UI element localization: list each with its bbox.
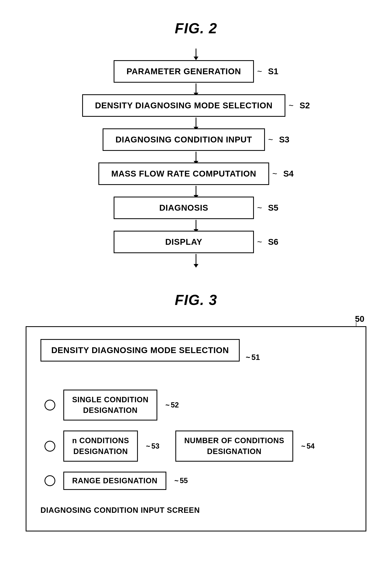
fig2-title: FIG. 2 bbox=[175, 20, 217, 36]
flow-row-s4: MASS FLOW RATE COMPUTATION ~ S4 bbox=[98, 162, 294, 185]
opt52-ref-row: ~ 52 bbox=[165, 401, 179, 409]
opt52-line1: SINGLE CONDITION bbox=[72, 394, 149, 405]
outer-box: DENSITY DIAGNOSING MODE SELECTION ~ 51 S… bbox=[26, 326, 366, 532]
flow-row-s5: DIAGNOSIS ~ S5 bbox=[114, 196, 278, 219]
inner-title-text: DENSITY DIAGNOSING MODE SELECTION bbox=[51, 346, 229, 355]
arrow-s1-s2 bbox=[196, 84, 196, 94]
opt54-line1: NUMBER OF CONDITIONS bbox=[184, 435, 284, 446]
outer-ref-number: 50 bbox=[355, 314, 364, 324]
opt53-ref-row: ~ 53 bbox=[146, 442, 159, 450]
arrow-line-top bbox=[196, 48, 196, 56]
options-section: SINGLE CONDITION DESIGNATION ~ 52 n COND… bbox=[44, 390, 352, 490]
fig2-section: FIG. 2 PARAMETER GENERATION ~ S1 DENSITY… bbox=[20, 20, 372, 268]
option-box-53: n CONDITIONS DESIGNATION bbox=[63, 430, 138, 462]
opt54-ref-row: ~ 54 bbox=[301, 442, 315, 450]
opt54-ref: 54 bbox=[307, 442, 315, 450]
opt55-line1: RANGE DESIGNATION bbox=[72, 476, 158, 485]
opt53-ref: 53 bbox=[151, 442, 159, 450]
fig3-section: FIG. 3 50 DENSITY DIAGNOSING MODE SELECT… bbox=[20, 292, 372, 532]
step-s3-box: DIAGNOSING CONDITION INPUT bbox=[103, 128, 265, 151]
option-box-55: RANGE DESIGNATION bbox=[63, 472, 166, 490]
option-row-55: RANGE DESIGNATION ~ 55 bbox=[44, 472, 352, 490]
radio-53[interactable] bbox=[44, 441, 55, 452]
step-s2-label: ~ S2 bbox=[285, 101, 310, 110]
step-s2-box: DENSITY DIAGNOSING MODE SELECTION bbox=[82, 94, 285, 117]
screen-label: DIAGNOSING CONDITION INPUT SCREEN bbox=[40, 506, 352, 514]
opt52-line2: DESIGNATION bbox=[72, 405, 149, 416]
arrow-s4-s5 bbox=[196, 186, 196, 196]
opt55-ref: 55 bbox=[180, 476, 188, 485]
flow-row-s6: DISPLAY ~ S6 bbox=[114, 231, 278, 253]
arrow-s3-s4 bbox=[196, 152, 196, 162]
ref50-tick bbox=[356, 322, 356, 326]
start-arrow bbox=[194, 48, 198, 60]
arrow-s2-s3 bbox=[196, 118, 196, 128]
radio-52[interactable] bbox=[44, 400, 55, 410]
option-row-52: SINGLE CONDITION DESIGNATION ~ 52 bbox=[44, 390, 352, 420]
step-s1-label: ~ S1 bbox=[254, 66, 278, 76]
opt52-ref: 52 bbox=[171, 401, 179, 409]
option-row-53: n CONDITIONS DESIGNATION ~ 53 NUMBER OF … bbox=[44, 430, 352, 462]
step-s4-box: MASS FLOW RATE COMPUTATION bbox=[98, 162, 269, 185]
opt55-ref-row: ~ 55 bbox=[174, 476, 188, 485]
inner-title-row: DENSITY DIAGNOSING MODE SELECTION ~ 51 bbox=[40, 339, 352, 376]
flow-row-s3: DIAGNOSING CONDITION INPUT ~ S3 bbox=[103, 128, 289, 151]
opt54-line2: DESIGNATION bbox=[184, 446, 284, 457]
page-container: FIG. 2 PARAMETER GENERATION ~ S1 DENSITY… bbox=[0, 8, 392, 544]
step-s1-box: PARAMETER GENERATION bbox=[114, 60, 254, 83]
flowchart: PARAMETER GENERATION ~ S1 DENSITY DIAGNO… bbox=[82, 48, 310, 268]
step-s6-box: DISPLAY bbox=[114, 231, 254, 253]
step-s5-box: DIAGNOSIS bbox=[114, 196, 254, 219]
end-arrowhead bbox=[194, 264, 198, 268]
radio-55[interactable] bbox=[44, 475, 55, 486]
flow-row-s2: DENSITY DIAGNOSING MODE SELECTION ~ S2 bbox=[82, 94, 310, 117]
inner-title-ref: 51 bbox=[251, 353, 260, 362]
opt53-line2: DESIGNATION bbox=[72, 446, 129, 457]
step-s3-label: ~ S3 bbox=[265, 135, 289, 144]
option-box-54: NUMBER OF CONDITIONS DESIGNATION bbox=[175, 430, 293, 462]
arrow-s5-s6 bbox=[196, 220, 196, 230]
step-s5-label: ~ S5 bbox=[254, 203, 278, 213]
inner-title-ref-row: ~ 51 bbox=[246, 353, 260, 362]
option-box-52: SINGLE CONDITION DESIGNATION bbox=[63, 390, 157, 420]
step-s4-label: ~ S4 bbox=[269, 169, 294, 178]
outer-ref-row: 50 bbox=[26, 314, 366, 324]
end-arrow bbox=[194, 253, 198, 268]
end-arrow-line bbox=[196, 254, 196, 264]
opt53-line1: n CONDITIONS bbox=[72, 435, 129, 446]
inner-title-box: DENSITY DIAGNOSING MODE SELECTION bbox=[40, 339, 240, 362]
flow-row-s1: PARAMETER GENERATION ~ S1 bbox=[114, 60, 278, 83]
fig3-title: FIG. 3 bbox=[175, 292, 217, 308]
step-s6-label: ~ S6 bbox=[254, 237, 278, 247]
